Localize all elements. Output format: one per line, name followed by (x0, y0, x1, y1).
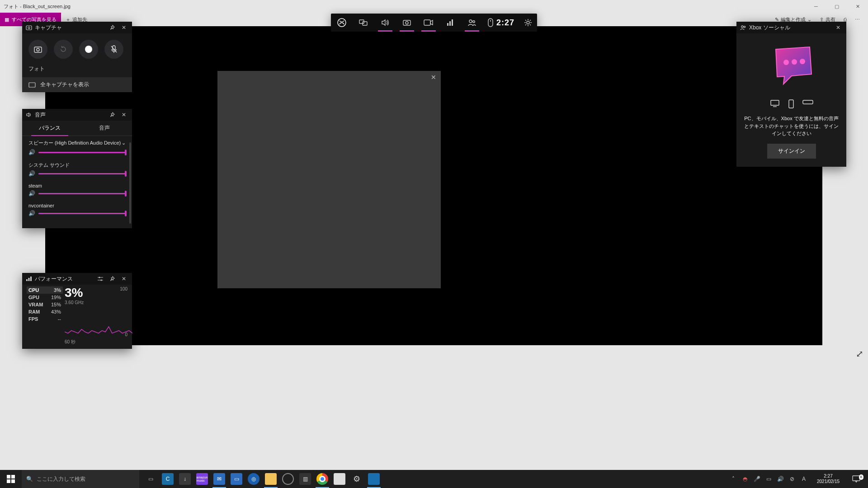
slider-thumb[interactable] (125, 191, 127, 197)
performance-header[interactable]: パフォーマンス ✕ (22, 273, 132, 285)
metric-big-value: 3% (65, 286, 127, 299)
system-tray: ˄ ◓ 🎤 ▭ 🔊 ⊘ A 2:27 2021/02/15 8 (728, 470, 868, 488)
performance-widget-button[interactable] (439, 14, 461, 32)
xbox-button[interactable] (331, 14, 353, 32)
pin-button[interactable] (108, 110, 117, 119)
show-all-captures-label: 全キャプチャを表示 (40, 81, 89, 89)
capture-widget-button[interactable] (396, 14, 418, 32)
pin-button[interactable] (108, 274, 117, 283)
social-widget-button[interactable] (461, 14, 483, 32)
close-icon: ✕ (836, 24, 840, 31)
volume-slider[interactable] (38, 213, 126, 214)
shield-icon: ◓ (743, 476, 747, 482)
pin-button[interactable] (108, 23, 117, 32)
start-button[interactable] (0, 470, 22, 488)
social-message: PC、モバイル、Xbox で友達と無料の音声とテキストのチャットを使うには、サイ… (743, 115, 840, 137)
chrome-button[interactable] (314, 470, 331, 488)
slider-thumb[interactable] (125, 211, 127, 216)
widgets-button[interactable] (353, 14, 374, 32)
speaker-icon[interactable]: 🔊 (28, 190, 35, 197)
maximize-button[interactable]: ▢ (826, 0, 847, 13)
capture-header[interactable]: キャプチャ ✕ (22, 22, 132, 33)
tab-voice[interactable]: 音声 (77, 121, 132, 136)
xbox-icon (337, 18, 346, 27)
capture-icon (26, 25, 32, 30)
tray-overflow-button[interactable]: ˄ (728, 470, 739, 488)
master-volume-slider[interactable] (38, 152, 126, 153)
signin-button[interactable]: サインイン (767, 144, 816, 159)
settings-button[interactable]: ⚙ (348, 470, 365, 488)
metric-row-ram[interactable]: RAM43% (27, 308, 63, 315)
svg-point-13 (527, 21, 529, 24)
more-button[interactable]: ⋯ (851, 13, 863, 26)
mic-toggle-button[interactable] (104, 40, 123, 59)
cortana-button[interactable]: C (159, 470, 176, 488)
store-button[interactable]: ↓ (176, 470, 193, 488)
show-all-captures-button[interactable]: 全キャプチャを表示 (22, 77, 132, 92)
chat-illustration (764, 42, 819, 92)
record-button[interactable] (79, 40, 98, 59)
obs-button[interactable] (279, 470, 297, 488)
svg-point-30 (783, 60, 789, 65)
metric-row-gpu[interactable]: GPU19% (27, 294, 63, 301)
note-button[interactable] (331, 470, 348, 488)
mic-tray-icon[interactable]: 🎤 (751, 470, 762, 488)
metric-row-fps[interactable]: FPS-- (27, 315, 63, 323)
amazon-music-button[interactable]: amazonmusic (193, 470, 211, 488)
taskbar-clock[interactable]: 2:27 2021/02/15 (810, 474, 846, 484)
slider-thumb[interactable] (125, 171, 127, 177)
tab-balance[interactable]: バランス (22, 121, 77, 136)
svg-rect-22 (28, 278, 30, 281)
lang-icon: A (802, 476, 806, 482)
expand-icon[interactable]: ⤢ (856, 348, 863, 359)
minimize-button[interactable]: ─ (806, 0, 826, 13)
record-last-button[interactable] (54, 40, 73, 59)
mail-button[interactable]: ✉ (211, 470, 228, 488)
close-icon[interactable]: ✕ (431, 74, 436, 81)
audio-header[interactable]: 音声 ✕ (22, 109, 132, 121)
volume-slider[interactable] (38, 193, 126, 194)
slider-thumb[interactable] (125, 150, 127, 155)
security-tray-icon[interactable]: ◓ (740, 470, 750, 488)
browser-button[interactable]: ◎ (245, 470, 262, 488)
svg-point-9 (469, 20, 472, 23)
volume-tray-icon[interactable]: 🔊 (775, 470, 786, 488)
search-placeholder: ここに入力して検索 (37, 475, 85, 483)
screenshot-button[interactable] (28, 40, 47, 59)
chevron-up-icon: ˄ (732, 476, 735, 482)
teams-button[interactable]: ▭ (228, 470, 245, 488)
audio-body: スピーカー (High Definition Audio Device) ⌄ 🔊… (22, 136, 132, 228)
broadcast-button[interactable] (418, 14, 439, 32)
close-button[interactable]: ✕ (119, 274, 128, 283)
photos-icon (368, 473, 380, 485)
action-center-button[interactable]: 8 (847, 475, 865, 483)
video-editor-button[interactable]: ▥ (297, 470, 314, 488)
gamebar: 2:27 (331, 14, 537, 32)
perf-options-button[interactable] (96, 274, 105, 283)
metric-value: 19% (51, 295, 61, 300)
photos-button[interactable] (365, 470, 382, 488)
blocked-tray-icon[interactable]: ⊘ (787, 470, 797, 488)
taskbar-search[interactable]: 🔍 ここに入力して検索 (22, 470, 139, 488)
close-window-button[interactable]: ✕ (847, 0, 868, 13)
output-device-selector[interactable]: スピーカー (High Definition Audio Device) ⌄ (28, 140, 126, 146)
social-header[interactable]: Xbox ソーシャル ✕ (736, 22, 846, 33)
metric-row-vram[interactable]: VRAM15% (27, 301, 63, 308)
ime-icon: ▭ (766, 476, 771, 482)
record-icon (85, 46, 92, 53)
svg-rect-3 (403, 20, 410, 25)
speaker-icon[interactable]: 🔊 (28, 210, 35, 216)
ime-tray-icon[interactable]: ▭ (763, 470, 774, 488)
gamebar-settings-button[interactable] (519, 14, 537, 32)
close-button[interactable]: ✕ (119, 23, 128, 32)
lang-tray-icon[interactable]: A (798, 470, 809, 488)
close-button[interactable]: ✕ (834, 23, 843, 32)
task-view-button[interactable]: ▭ (142, 470, 159, 488)
close-button[interactable]: ✕ (119, 110, 128, 119)
metric-row-cpu[interactable]: CPU3% (27, 286, 63, 294)
explorer-button[interactable] (262, 470, 279, 488)
volume-slider[interactable] (38, 173, 126, 174)
speaker-icon[interactable]: 🔊 (28, 149, 35, 155)
speaker-icon[interactable]: 🔊 (28, 170, 35, 177)
audio-widget-button[interactable] (374, 14, 396, 32)
